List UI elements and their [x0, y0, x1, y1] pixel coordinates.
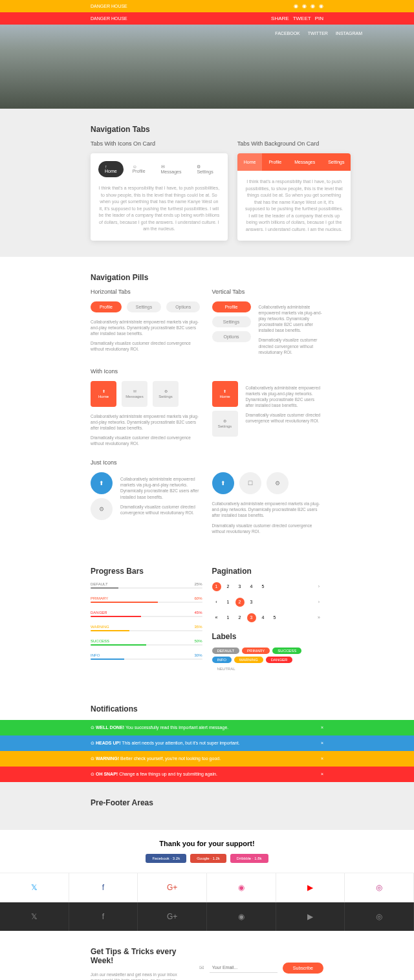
- tab-body: I think that's a responsibility that I h…: [98, 185, 220, 233]
- progress-success: SUCCESS50%: [91, 639, 202, 646]
- thanks: Thank you for your support!: [0, 840, 414, 847]
- google-icon-d: G+: [138, 902, 207, 931]
- progress-default: DEFAULT25%: [91, 582, 202, 589]
- hero-social[interactable]: FACEBOOKTWITTERINSTAGRAM: [275, 31, 362, 36]
- twitter-icon: 𝕏: [0, 873, 69, 902]
- instagram-icon: ◎: [345, 873, 414, 902]
- facebook-icon: f: [69, 873, 138, 902]
- horiz-title: Horizontal Tabs: [91, 289, 202, 295]
- youtube-icon: ▶: [276, 873, 345, 902]
- label-success: SUCCESS: [272, 648, 301, 654]
- alert: ⊙ OH SNAP! Change a few things up and tr…: [0, 767, 414, 782]
- circle-up2[interactable]: ⬆: [212, 472, 234, 494]
- progress-title: Progress Bars: [91, 567, 202, 576]
- vipill-home[interactable]: ⬆Home: [212, 381, 238, 407]
- alert: ⊙ HEADS UP! This alert needs your attent…: [0, 735, 414, 751]
- label-primary: PRIMARY: [242, 648, 270, 654]
- pagination-3[interactable]: «12345»: [212, 613, 324, 622]
- google-icon: G+: [138, 873, 207, 902]
- tab-settings2[interactable]: Settings: [321, 153, 351, 171]
- pill-profile[interactable]: Profile: [91, 301, 122, 312]
- alert: ⊙ WARNING! Better check yourself, you're…: [0, 751, 414, 767]
- vert-title: Vertical Tabs: [212, 289, 251, 295]
- nav-pills-title: Navigation Pills: [91, 273, 323, 282]
- social-btn[interactable]: Facebook · 3.2k: [146, 854, 186, 863]
- pill-options[interactable]: Options: [166, 301, 200, 312]
- tab-messages2[interactable]: Messages: [288, 153, 321, 171]
- twitter-icon-d: 𝕏: [0, 902, 69, 931]
- label-danger: DANGER: [266, 657, 293, 663]
- tabs-icons-title: Tabs With Icons On Card: [91, 140, 228, 147]
- tabs-dark[interactable]: ↑ Home ☺ Profile ✉ Messages ⚙ Settings: [98, 161, 220, 177]
- tips-title: Get Tips & Tricks every Week!: [91, 947, 186, 965]
- close-icon[interactable]: ×: [321, 741, 323, 745]
- tab-messages[interactable]: ✉ Messages: [155, 161, 188, 177]
- close-icon[interactable]: ×: [321, 725, 323, 730]
- progress-primary: PRIMARY60%: [91, 596, 202, 603]
- tab-home[interactable]: ↑ Home: [98, 161, 124, 177]
- instagram-icon-d: ◎: [345, 902, 414, 931]
- brand: DANGER HOUSE: [91, 4, 127, 8]
- social-btn[interactable]: Dribbble · 1.8k: [230, 854, 268, 863]
- close-icon[interactable]: ×: [321, 756, 323, 761]
- vpill-profile[interactable]: Profile: [212, 301, 251, 312]
- facebook-icon-d: f: [69, 902, 138, 931]
- nav-tabs-title: Navigation Tabs: [91, 125, 323, 134]
- circle-gear[interactable]: ⚙: [267, 472, 289, 494]
- dribbble-icon: ◉: [207, 873, 276, 902]
- ipill-home[interactable]: ⬆Home: [91, 381, 116, 407]
- label-info: INFO: [212, 657, 232, 663]
- ipill-messages[interactable]: ✉Messages: [122, 381, 147, 407]
- social-row-dark[interactable]: 𝕏fG+◉▶◎: [0, 902, 414, 931]
- redbar-social[interactable]: SHARETWEETPIN: [271, 16, 323, 21]
- justicons-title: Just Icons: [91, 459, 323, 466]
- close-icon[interactable]: ×: [321, 772, 323, 776]
- circle-box[interactable]: ☐: [239, 472, 261, 494]
- label-neutral: NEUTRAL: [212, 666, 241, 672]
- notifications-title: Notifications: [91, 704, 323, 713]
- social-btn[interactable]: Google · 1.2k: [190, 854, 226, 863]
- tabs-bg-title: Tabs With Background On Card: [237, 140, 351, 147]
- tabs-bg[interactable]: Home Profile Messages Settings: [237, 153, 351, 171]
- brand-red: DANGER HOUSE: [91, 16, 127, 21]
- alert: ⊙ WELL DONE! You successfully read this …: [0, 720, 414, 735]
- pagination-2[interactable]: ‹123›: [212, 598, 324, 607]
- circle-up[interactable]: ⬆: [91, 472, 113, 494]
- circle-settings[interactable]: ⚙: [91, 498, 113, 520]
- prefooter-title: Pre-Footer Areas: [91, 798, 323, 807]
- vipill-settings[interactable]: ⚙Settings: [212, 411, 238, 437]
- mail-icon: ✉: [199, 964, 204, 971]
- tab-profile2[interactable]: Profile: [262, 153, 288, 171]
- labels-title: Labels: [212, 632, 324, 641]
- label-default: DEFAULT: [212, 648, 240, 654]
- progress-info: INFO30%: [91, 653, 202, 660]
- tab-body2: I think that's a responsibility that I h…: [245, 179, 343, 233]
- tips-subscribe-btn[interactable]: Subscribe: [283, 963, 323, 974]
- ipill-settings[interactable]: ⚙Settings: [153, 381, 179, 407]
- hero: FACEBOOKTWITTERINSTAGRAM: [0, 25, 414, 109]
- progress-danger: DANGER45%: [91, 611, 202, 617]
- tab-profile[interactable]: ☺ Profile: [126, 161, 152, 177]
- withicons-title: With Icons: [91, 368, 323, 375]
- tab-settings[interactable]: ⚙ Settings: [190, 161, 219, 177]
- social-row-light[interactable]: 𝕏fG+◉▶◎: [0, 873, 414, 902]
- pagination-title: Pagination: [212, 567, 324, 576]
- vpill-options[interactable]: Options: [212, 331, 251, 342]
- pill-settings[interactable]: Settings: [127, 301, 161, 312]
- pagination-1[interactable]: 12345›: [212, 582, 324, 591]
- tips-email-input[interactable]: [210, 963, 278, 973]
- topbar-social: ◉◉◉◉: [294, 3, 323, 9]
- tab-home2[interactable]: Home: [237, 153, 263, 171]
- vpill-settings[interactable]: Settings: [212, 316, 251, 327]
- youtube-icon-d: ▶: [276, 902, 345, 931]
- dribbble-icon-d: ◉: [207, 902, 276, 931]
- label-warning: WARNING: [234, 657, 263, 663]
- progress-warning: WARNING35%: [91, 625, 202, 631]
